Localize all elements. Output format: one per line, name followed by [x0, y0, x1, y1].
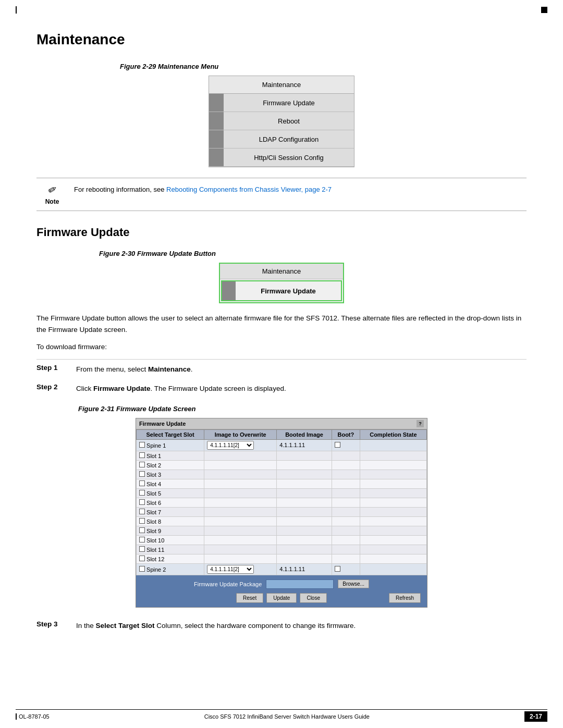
fw-slot-checkbox[interactable] [139, 566, 145, 572]
fw-image-cell [204, 545, 277, 554]
step-1-suffix: . [191, 365, 193, 373]
fw-slot-checkbox[interactable] [139, 546, 145, 552]
fw-boot-checkbox[interactable] [335, 566, 340, 572]
menu-item-icon [209, 149, 224, 166]
table-row: Slot 11 [137, 545, 427, 554]
page-footer: OL-8787-05 Cisco SFS 7012 InfiniBand Ser… [0, 711, 563, 722]
fw-col-booted: Booted Image [277, 429, 332, 439]
fw-slot-cell: Slot 9 [137, 526, 204, 535]
fw-slot-checkbox[interactable] [139, 490, 145, 496]
fw-image-cell [204, 507, 277, 516]
fw-slot-checkbox[interactable] [139, 462, 145, 467]
fw-image-cell [204, 470, 277, 479]
note-link[interactable]: Rebooting Components from Chassis Viewer… [166, 186, 332, 193]
table-row: Slot 8 [137, 516, 427, 526]
fw-completion-cell [360, 479, 426, 488]
fw-table: Select Target Slot Image to Overwrite Bo… [136, 429, 427, 575]
fw-boot-cell [332, 507, 360, 516]
fw-booted-cell: 4.1.1.1.11 [277, 563, 332, 575]
fw-completion-cell [360, 563, 426, 575]
menu-item[interactable]: Firmware Update [209, 94, 354, 112]
table-row: Slot 12 [137, 554, 427, 563]
firmware-btn-top-label: Maintenance [220, 264, 343, 279]
step-2-bold: Firmware Update [93, 385, 151, 392]
fw-update-btn[interactable]: Update [266, 593, 297, 603]
menu-item[interactable]: Maintenance [209, 76, 354, 94]
maintenance-menu-box: MaintenanceFirmware UpdateRebootLDAP Con… [209, 76, 354, 167]
menu-item-label: LDAP Configuration [224, 132, 354, 146]
fw-boot-checkbox[interactable] [335, 442, 340, 448]
fw-slot-cell: Spine 2 [137, 563, 204, 575]
fw-slot-checkbox[interactable] [139, 480, 145, 486]
fw-booted-cell [277, 460, 332, 470]
step-3-row: Step 3 In the Select Target Slot Column,… [36, 616, 527, 636]
fw-slot-checkbox[interactable] [139, 537, 145, 542]
fw-slot-cell: Slot 5 [137, 488, 204, 498]
fw-refresh-btn[interactable]: Refresh [389, 593, 421, 603]
fw-browse-btn[interactable]: Browse... [338, 579, 369, 588]
table-row: Slot 5 [137, 488, 427, 498]
fw-completion-cell [360, 470, 426, 479]
menu-item-label: Firmware Update [224, 96, 354, 110]
fw-package-row: Firmware Update Package Browse... [142, 579, 421, 589]
fw-reset-btn[interactable]: Reset [236, 593, 263, 603]
body-paragraph-2: To download firmware: [36, 341, 527, 353]
menu-item[interactable]: Reboot [209, 112, 354, 130]
fw-image-cell [204, 526, 277, 535]
fw-boot-cell [332, 516, 360, 526]
fw-slot-cell: Slot 4 [137, 479, 204, 488]
menu-item-label: Http/Cli Session Config [224, 151, 354, 165]
fw-booted-cell [277, 545, 332, 554]
fw-boot-cell [332, 498, 360, 507]
fw-slot-checkbox[interactable] [139, 518, 145, 524]
fw-slot-cell: Slot 10 [137, 535, 204, 545]
fw-slot-checkbox[interactable] [139, 442, 145, 448]
fw-completion-cell [360, 488, 426, 498]
fw-boot-cell [332, 479, 360, 488]
figure-30-caption: Figure 2-30 Firmware Update Button [99, 250, 216, 257]
menu-item[interactable]: LDAP Configuration [209, 130, 354, 149]
fw-slot-checkbox[interactable] [139, 509, 145, 514]
fw-col-boot: Boot? [332, 429, 360, 439]
fw-booted-cell [277, 516, 332, 526]
firmware-btn-label[interactable]: Firmware Update [236, 284, 341, 298]
table-row: Slot 2 [137, 460, 427, 470]
fw-image-cell [204, 460, 277, 470]
fw-booted-cell [277, 488, 332, 498]
fw-image-cell: 4.1.1.1.11[2] [204, 563, 277, 575]
fw-slot-checkbox[interactable] [139, 499, 145, 505]
fw-package-input[interactable] [266, 579, 334, 589]
fw-boot-cell [332, 535, 360, 545]
fw-close-btn[interactable]: ? [417, 420, 424, 427]
fw-slot-checkbox[interactable] [139, 527, 145, 533]
fw-image-cell [204, 516, 277, 526]
step-3-middle: Column, select the hardware component to… [155, 622, 356, 630]
fw-completion-cell [360, 451, 426, 460]
fw-boot-cell [332, 460, 360, 470]
note-label: Note [45, 198, 59, 205]
fw-boot-cell [332, 526, 360, 535]
fw-boot-cell [332, 439, 360, 451]
fw-image-select[interactable]: 4.1.1.1.11[2] [207, 441, 254, 450]
step-1-row: Step 1 From the menu, select Maintenance… [36, 360, 527, 379]
fw-slot-cell: Slot 7 [137, 507, 204, 516]
step-2-row: Step 2 Click Firmware Update. The Firmwa… [36, 379, 527, 399]
table-row: Slot 3 [137, 470, 427, 479]
fw-image-select[interactable]: 4.1.1.1.11[2] [207, 565, 254, 574]
top-right-mark [541, 7, 547, 13]
step-2-suffix: . The Firmware Update screen is displaye… [151, 385, 286, 392]
fw-slot-checkbox[interactable] [139, 556, 145, 561]
fw-image-cell [204, 479, 277, 488]
fw-slot-checkbox[interactable] [139, 471, 145, 477]
menu-item[interactable]: Http/Cli Session Config [209, 149, 354, 167]
fw-slot-checkbox[interactable] [139, 452, 145, 458]
fw-slot-cell: Slot 12 [137, 554, 204, 563]
fw-title-bar: Firmware Update ? [136, 418, 427, 429]
fw-col-completion: Completion State [360, 429, 426, 439]
firmware-btn-box: Maintenance Firmware Update [219, 263, 344, 303]
fw-slot-cell: Slot 6 [137, 498, 204, 507]
fw-title-text: Firmware Update [139, 421, 186, 427]
fw-slot-cell: Slot 1 [137, 451, 204, 460]
page-bottom-line [16, 709, 547, 710]
fw-close-button[interactable]: Close [300, 593, 327, 603]
